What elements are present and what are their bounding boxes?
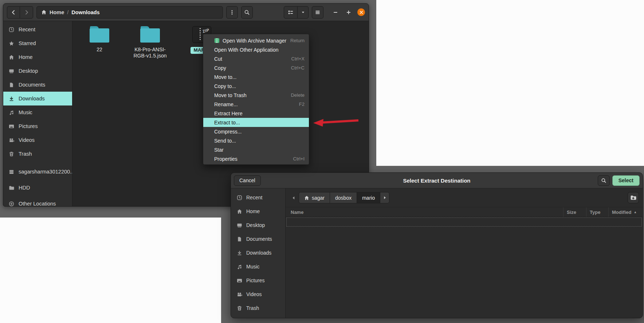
menu-item-accel: Ctrl+X (291, 56, 305, 61)
menu-item-extract-to[interactable]: Extract to... (203, 118, 309, 127)
column-header-type[interactable]: Type (586, 207, 608, 217)
column-header-size[interactable]: Size (563, 207, 586, 217)
menu-item-cut[interactable]: CutCtrl+X (203, 54, 309, 63)
menu-item-open-with-other-application[interactable]: Open With Other Application (203, 45, 309, 54)
dialog-search-button[interactable] (598, 175, 610, 186)
more-options-button[interactable] (226, 6, 238, 19)
list-view-icon (288, 9, 294, 15)
menu-item-copy[interactable]: CopyCtrl+C (203, 63, 309, 72)
dots-vertical-icon (229, 9, 235, 15)
sidebar-item-documents[interactable]: Documents (231, 232, 285, 246)
menu-button[interactable] (312, 6, 323, 19)
sidebar-item-documents[interactable]: Documents (3, 78, 72, 92)
menu-item-label: Copy to... (214, 83, 236, 89)
forward-button[interactable] (20, 6, 33, 19)
file-label: 22 (78, 47, 121, 53)
back-button[interactable] (7, 6, 20, 19)
column-header-label: Modified (612, 210, 631, 215)
sidebar-item-sagarsharma3012200[interactable]: sagarsharma3012200... (3, 164, 72, 180)
desktop-icon (9, 68, 14, 74)
sidebar-item-label: Recent (19, 27, 35, 32)
view-options-button[interactable] (298, 6, 309, 19)
menu-item-accel: Ctrl+I (293, 156, 305, 162)
column-header-name[interactable]: Name (286, 207, 563, 217)
sidebar-item-label: Starred (19, 40, 36, 46)
other-icon (9, 201, 14, 207)
sidebar-item-music[interactable]: Music (231, 260, 285, 274)
sidebar-item-label: Pictures (19, 123, 38, 129)
sidebar-item-desktop[interactable]: Desktop (3, 64, 72, 78)
menu-item-label: Extract to... (214, 120, 240, 125)
menu-item-extract-here[interactable]: Extract Here (203, 109, 309, 118)
path-bar: sagardosboxmario (286, 188, 643, 207)
sidebar-item-downloads[interactable]: Downloads (231, 246, 285, 260)
path-crumb-mario[interactable]: mario (357, 192, 380, 203)
menu-item-copy-to[interactable]: Copy to... (203, 81, 309, 91)
select-button[interactable]: Select (612, 175, 640, 186)
sidebar-item-label: Trash (19, 151, 32, 157)
menu-item-move-to[interactable]: Move to... (203, 72, 309, 81)
sidebar-item-home[interactable]: Home (231, 204, 285, 218)
folder-icon (140, 26, 160, 43)
breadcrumb-home[interactable]: Home (50, 9, 64, 15)
menu-item-properties[interactable]: PropertiesCtrl+I (203, 154, 309, 163)
menu-item-label: Move to Trash (214, 92, 247, 98)
dialog-title: Select Extract Destination (231, 178, 643, 184)
sidebar-item-label: Pictures (246, 278, 265, 283)
file-manager-headerbar: Home / Downloads (3, 4, 369, 21)
maximize-button[interactable] (344, 6, 353, 19)
sidebar-item-trash[interactable]: Trash (3, 147, 72, 161)
sidebar-item-label: HDD (19, 185, 30, 191)
sidebar-item-label: Home (246, 208, 260, 214)
column-header-label: Name (291, 210, 303, 215)
breadcrumb[interactable]: Home / Downloads (36, 6, 223, 19)
sidebar-item-videos[interactable]: Videos (3, 133, 72, 147)
sidebar-item-starred[interactable]: Starred (3, 36, 72, 50)
close-button[interactable] (357, 8, 365, 16)
menu-item-star[interactable]: Star (203, 145, 309, 154)
sidebar-item-label: Music (246, 264, 260, 270)
sidebar-item-pictures[interactable]: Pictures (3, 119, 72, 133)
sidebar-item-trash[interactable]: Trash (231, 301, 285, 315)
sidebar-item-desktop[interactable]: Desktop (231, 218, 285, 232)
path-crumb-sagar[interactable]: sagar (299, 192, 330, 203)
document-icon (237, 236, 242, 242)
path-back-button[interactable] (289, 192, 298, 203)
sidebar-item-other-locations[interactable]: Other Locations (3, 196, 72, 206)
search-button[interactable] (241, 6, 253, 19)
menu-item-open-with-archive-manager[interactable]: Open With Archive ManagerReturn (203, 36, 309, 45)
menu-item-rename[interactable]: Rename...F2 (203, 100, 309, 109)
list-view-button[interactable] (284, 6, 298, 19)
cancel-button[interactable]: Cancel (234, 175, 261, 186)
download-icon (237, 250, 242, 256)
forward-icon (24, 9, 30, 15)
path-crumb-dosbox[interactable]: dosbox (330, 192, 357, 203)
breadcrumb-current[interactable]: Downloads (71, 9, 99, 15)
menu-item-send-to[interactable]: Send to... (203, 136, 309, 145)
sidebar-item-pictures[interactable]: Pictures (231, 274, 285, 287)
file-k8-pro-ansi-rgb-v1-5-json[interactable]: K8-Pro-ANSI-RGB-v1.5.json (128, 26, 172, 59)
sidebar-item-videos[interactable]: Videos (231, 287, 285, 301)
minimize-button[interactable] (331, 6, 340, 19)
sidebar-item-home[interactable]: Home (3, 50, 72, 64)
dialog-file-list[interactable] (286, 217, 643, 318)
sidebar-item-hdd[interactable]: HDD (3, 180, 72, 196)
menu-item-compress[interactable]: Compress... (203, 127, 309, 136)
menu-item-label: Extract Here (214, 111, 243, 116)
file-22[interactable]: 22 (78, 26, 121, 53)
sort-indicator: ▲ (633, 210, 637, 214)
sidebar-item-recent[interactable]: Recent (3, 23, 72, 36)
sidebar-item-recent[interactable]: Recent (231, 191, 285, 204)
sidebar-item-label: Recent (246, 195, 262, 200)
sidebar-item-music[interactable]: Music (3, 105, 72, 119)
new-folder-icon (630, 195, 636, 201)
sidebar-item-downloads[interactable]: Downloads (3, 92, 72, 105)
list-focus-rect (286, 218, 642, 227)
path-forward-button[interactable] (380, 192, 389, 203)
new-folder-button[interactable] (628, 192, 639, 203)
folder-icon (9, 185, 14, 191)
menu-item-move-to-trash[interactable]: Move to TrashDelete (203, 91, 309, 100)
menu-item-label: Open With Archive Manager (223, 38, 286, 44)
zip-badge-label: ZIP (202, 28, 210, 33)
column-header-modified[interactable]: Modified▲ (608, 207, 643, 217)
